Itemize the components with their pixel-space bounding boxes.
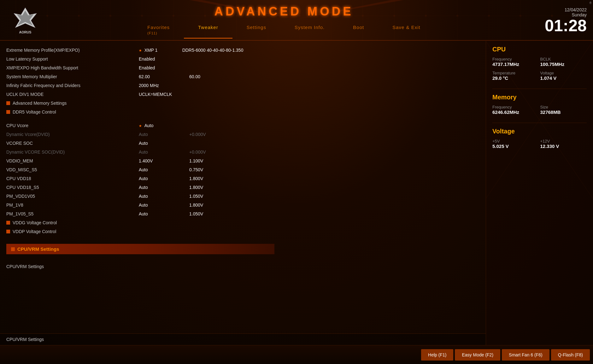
xmpbw-label: XMP/EXPO High Bandwidth Support (6, 65, 139, 70)
dvidsoc-label: Dynamic VCORE SOC(DVID) (6, 150, 139, 155)
setting-row-advmem[interactable]: Advanced Memory Settings (6, 99, 479, 108)
orange-square-advmem (6, 101, 10, 105)
setting-row-ddr5volt[interactable]: DDR5 Voltage Control (6, 108, 479, 116)
datetime-time: 01:28 (524, 17, 587, 34)
multiplier-value2: 60.00 (189, 74, 200, 79)
xmp-label: Extreme Memory Profile(XMP/EXPO) (6, 48, 139, 53)
setting-row-pm1v8[interactable]: PM_1V8 Auto 1.800V (6, 201, 479, 209)
cpu-info-section: CPU Frequency 4737.17MHz BCLK 100.75MHz … (492, 46, 587, 81)
xmp-value2: DDR5-6000 40-40-40-80-1.350 (182, 48, 244, 53)
vddiomem-label: VDDIO_MEM (6, 158, 139, 163)
setting-row-vddp[interactable]: VDDP Voltage Control (6, 227, 479, 236)
pm1v8-value2: 1.800V (189, 203, 203, 208)
logo-area: AORUS (0, 0, 44, 41)
vddmisc-value: Auto (139, 167, 170, 172)
datetime-area: 12/04/2022 Sunday 01:28 (524, 7, 593, 34)
dvidsoc-value: Auto (139, 150, 170, 155)
divider-cpu-mem (492, 89, 587, 89)
setting-row-cpuvdd18s5[interactable]: CPU VDD18_S5 Auto 1.800V (6, 183, 479, 192)
setting-row-pm1v05s5[interactable]: PM_1V05_S5 Auto 1.050V (6, 209, 479, 218)
xmp-value: XMP 1 (144, 48, 176, 53)
setting-row-uclk[interactable]: UCLK DIV1 MODE UCLK=MEMCLK (6, 90, 479, 99)
vddmisc-label: VDD_MISC_S5 (6, 167, 139, 172)
setting-row-cpuvrm[interactable]: CPU/VRM Settings (6, 262, 479, 271)
pm1v8-label: PM_1V8 (6, 203, 139, 208)
qflash-button[interactable]: Q-Flash (F8) (551, 349, 590, 361)
vddg-link: VDDG Voltage Control (13, 220, 57, 225)
tab-settings[interactable]: Settings (232, 22, 280, 38)
pmvdd1v05-value2: 1.050V (189, 194, 203, 199)
volt-5v-label: +5V 5.025 V (492, 139, 539, 149)
setting-row-infinity[interactable]: Infinity Fabric Frequency and Dividers 2… (6, 81, 479, 90)
cpuvrm-label: CPU/VRM Settings (6, 264, 139, 269)
header: AORUS ADVANCED MODE Favorites (F11) Twea… (0, 0, 593, 41)
cpuvdd18s5-value: Auto (139, 185, 170, 190)
help-button[interactable]: Help (F1) (421, 349, 453, 361)
cpu-freq-label: Frequency 4737.17MHz (492, 57, 539, 67)
setting-row-xmp[interactable]: Extreme Memory Profile(XMP/EXPO) ★ XMP 1… (6, 46, 479, 55)
pm1v8-value: Auto (139, 203, 170, 208)
voltage-section-title: Voltage (492, 128, 587, 135)
tab-favorites[interactable]: Favorites (F11) (133, 22, 184, 38)
setting-row-cpuvdd18[interactable]: CPU VDD18 Auto 1.800V (6, 174, 479, 183)
memory-section-title: Memory (492, 94, 587, 101)
cpu-bclk-label: BCLK 100.75MHz (540, 57, 587, 67)
setting-row-cpuvcore[interactable]: CPU Vcore ★ Auto (6, 121, 479, 130)
mem-size-label: Size 32768MB (540, 105, 587, 115)
cpu-info-grid: Frequency 4737.17MHz BCLK 100.75MHz Temp… (492, 57, 587, 81)
main-content: Extreme Memory Profile(XMP/EXPO) ★ XMP 1… (0, 41, 593, 345)
bottom-description-area: CPU/VRM Settings (0, 333, 486, 345)
mem-freq-label: Frequency 6246.62MHz (492, 105, 539, 115)
divider2 (6, 236, 479, 241)
dvid-value2: +0.000V (189, 132, 206, 137)
orange-square-vddp (6, 230, 10, 233)
setting-row-dvid[interactable]: Dynamic Vcore(DVID) Auto +0.000V (6, 130, 479, 139)
lowlatency-label: Low Latency Support (6, 56, 139, 62)
tab-boot[interactable]: Boot (339, 22, 378, 38)
uclk-value: UCLK=MEMCLK (139, 92, 172, 97)
xmpbw-value: Enabled (139, 65, 170, 70)
voltage-info-grid: +5V 5.025 V +12V 12.330 V (492, 139, 587, 149)
pm1v05s5-value: Auto (139, 211, 170, 216)
cpu-section-title: CPU (492, 46, 587, 53)
dvid-label: Dynamic Vcore(DVID) (6, 132, 139, 137)
tab-saveexit[interactable]: Save & Exit (378, 22, 435, 38)
svg-text:AORUS: AORUS (19, 30, 32, 34)
easymode-button[interactable]: Easy Mode (F2) (455, 349, 500, 361)
cpu-vrm-section-bar[interactable]: CPU/VRM Settings (6, 244, 274, 254)
cpuvdd18-value: Auto (139, 176, 170, 181)
setting-row-vddmisc[interactable]: VDD_MISC_S5 Auto 0.750V (6, 165, 479, 174)
left-panel: Extreme Memory Profile(XMP/EXPO) ★ XMP 1… (0, 41, 486, 345)
setting-row-vddiomem[interactable]: VDDIO_MEM 1.400V 1.100V (6, 156, 479, 165)
setting-row-vcoresoc[interactable]: VCORE SOC Auto (6, 139, 479, 148)
setting-row-dvidsoc[interactable]: Dynamic VCORE SOC(DVID) Auto +0.000V (6, 148, 479, 156)
pmvdd1v05-label: PM_VDD1V05 (6, 194, 139, 199)
vddiomem-value: 1.400V (139, 158, 170, 163)
setting-row-vddg[interactable]: VDDG Voltage Control (6, 218, 479, 227)
voltage-info-section: Voltage +5V 5.025 V +12V 12.330 V (492, 128, 587, 149)
setting-row-pmvdd1v05[interactable]: PM_VDD1V05 Auto 1.050V (6, 192, 479, 201)
cpu-temp-label: Temperature 29.0 °C (492, 71, 539, 81)
nav-tabs: Favorites (F11) Tweaker Settings System … (44, 22, 524, 38)
star-icon-cpuvcore: ★ (139, 122, 142, 129)
pm1v05s5-value2: 1.050V (189, 211, 203, 216)
dvidsoc-value2: +0.000V (189, 150, 206, 155)
memory-info-grid: Frequency 6246.62MHz Size 32768MB (492, 105, 587, 115)
vddiomem-value2: 1.100V (189, 158, 203, 163)
tab-tweaker[interactable]: Tweaker (184, 22, 232, 38)
smartfan-button[interactable]: Smart Fan 6 (F6) (502, 349, 549, 361)
multiplier-label: System Memory Multiplier (6, 74, 139, 79)
cpuvdd18-label: CPU VDD18 (6, 176, 139, 181)
setting-row-lowlatency[interactable]: Low Latency Support Enabled (6, 55, 479, 63)
tab-sysinfo[interactable]: System Info. (280, 22, 339, 38)
cpuvdd18s5-label: CPU VDD18_S5 (6, 185, 139, 190)
multiplier-value: 62.00 (139, 74, 170, 79)
right-panel: CPU Frequency 4737.17MHz BCLK 100.75MHz … (486, 41, 593, 345)
datetime-date: 12/04/2022 Sunday (524, 7, 587, 17)
cpu-vrm-bar-text: CPU/VRM Settings (17, 246, 59, 252)
lowlatency-value: Enabled (139, 56, 170, 62)
ddr5volt-link: DDR5 Voltage Control (13, 109, 56, 114)
setting-row-xmpbw[interactable]: XMP/EXPO High Bandwidth Support Enabled (6, 63, 479, 72)
registered-mark: ® (590, 2, 591, 5)
setting-row-multiplier[interactable]: System Memory Multiplier 62.00 60.00 (6, 72, 479, 81)
